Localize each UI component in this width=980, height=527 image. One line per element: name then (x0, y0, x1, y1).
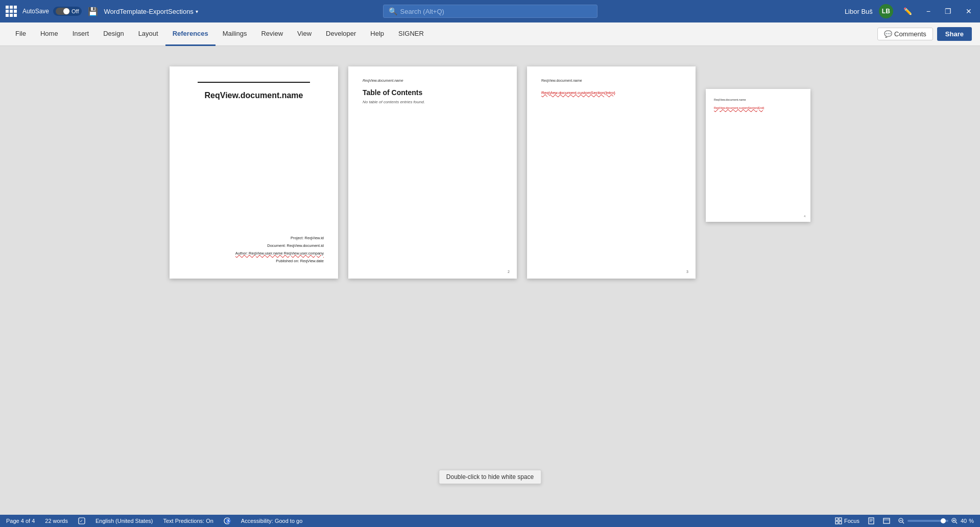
tab-layout[interactable]: Layout (131, 22, 165, 46)
cover-meta: Project: ReqView.id Document: ReqView.do… (184, 236, 324, 263)
cover-title: ReqView.document.name (184, 91, 324, 100)
pen-icon[interactable]: ✏️ (899, 5, 916, 17)
save-icon[interactable]: 💾 (86, 5, 100, 18)
share-button[interactable]: Share (937, 27, 972, 41)
document-meta: Document: ReqView.document.id (184, 243, 324, 248)
accessibility-icon[interactable]: ♿ (224, 517, 231, 524)
svg-rect-7 (839, 521, 842, 524)
tab-help[interactable]: Help (363, 22, 391, 46)
status-bar: Page 4 of 4 22 words ✓ English (United S… (0, 515, 980, 527)
doc-title[interactable]: WordTemplate-ExportSections ▾ (104, 8, 198, 15)
page-4[interactable]: ReqView.document.name ReqView.document.c… (706, 89, 810, 222)
restore-button[interactable]: ❐ (941, 5, 955, 17)
tab-file[interactable]: File (8, 22, 33, 46)
proofing-icon[interactable]: ✓ (78, 517, 85, 524)
web-layout-icon[interactable] (883, 517, 890, 524)
status-focus[interactable]: Focus (835, 517, 859, 524)
toc-heading: Table of Contents (363, 88, 503, 97)
tab-signer[interactable]: SIGNER (391, 22, 431, 46)
autosave-label: AutoSave (22, 8, 49, 15)
page2-number: 2 (508, 270, 510, 273)
author-meta: Author: ReqView.user.name ReqView.user.c… (184, 251, 324, 256)
toc-doc-name: ReqView.document.name (363, 79, 503, 82)
zoom-level[interactable]: 40% (961, 518, 974, 524)
tab-view[interactable]: View (290, 22, 319, 46)
svg-line-20 (955, 522, 957, 524)
page4-section-title: ReqView.document.customSection{End} (714, 106, 802, 109)
status-text-predictions[interactable]: Text Predictions: On (163, 518, 213, 524)
page3-doc-name: ReqView.document.name (541, 79, 681, 82)
page4-number: 4 (804, 215, 805, 218)
app-icon[interactable] (4, 4, 18, 18)
pages-row: ReqView.document.name Project: ReqView.i… (170, 66, 810, 279)
close-button[interactable]: ✕ (962, 5, 976, 17)
tab-design[interactable]: Design (96, 22, 131, 46)
status-language[interactable]: English (United States) (95, 518, 153, 524)
comments-icon: 💬 (884, 30, 892, 38)
svg-rect-6 (835, 521, 838, 524)
title-bar-left: AutoSave Off 💾 WordTemplate-ExportSectio… (4, 4, 379, 18)
page-3[interactable]: ReqView.document.name ReqView.document.c… (527, 66, 696, 279)
print-layout-icon[interactable] (868, 517, 875, 524)
autosave-toggle[interactable]: Off (53, 7, 81, 16)
avatar: LB (879, 4, 893, 18)
page3-section-title: ReqView.document.customSection{Intro} (541, 90, 681, 95)
svg-text:✓: ✓ (80, 519, 83, 523)
ribbon-right: 💬 Comments Share (877, 27, 972, 41)
svg-text:♿: ♿ (225, 518, 230, 523)
status-accessibility[interactable]: Accessibility: Good to go (241, 518, 302, 524)
page-1[interactable]: ReqView.document.name Project: ReqView.i… (170, 66, 338, 279)
status-right: Focus 40% (835, 517, 974, 524)
status-word-count[interactable]: 22 words (45, 518, 68, 524)
page-2[interactable]: ReqView.document.name Table of Contents … (348, 66, 517, 279)
doc-title-caret-icon: ▾ (196, 9, 198, 14)
zoom-container: 40% (898, 518, 974, 524)
svg-rect-5 (839, 518, 842, 520)
page4-doc-name: ReqView.document.name (714, 98, 802, 101)
zoom-slider[interactable] (907, 520, 948, 522)
page3-content: ReqView.document.name ReqView.document.c… (527, 66, 696, 279)
svg-line-16 (902, 522, 904, 524)
title-bar: AutoSave Off 💾 WordTemplate-ExportSectio… (0, 0, 980, 22)
svg-rect-8 (869, 518, 874, 524)
published-meta: Published on: ReqView.date (184, 259, 324, 263)
search-input[interactable] (400, 8, 592, 15)
search-bar[interactable]: 🔍 (383, 5, 597, 18)
comments-button[interactable]: 💬 Comments (877, 28, 933, 40)
tab-references[interactable]: References (165, 22, 216, 46)
tooltip: Double-click to hide white space (439, 470, 541, 484)
user-name: Libor Buš (845, 8, 873, 15)
svg-rect-12 (883, 518, 890, 523)
search-icon: 🔍 (389, 7, 397, 15)
document-area[interactable]: ReqView.document.name Project: ReqView.i… (0, 46, 980, 515)
page3-number: 3 (686, 270, 688, 273)
page2-content: ReqView.document.name Table of Contents … (348, 66, 517, 279)
tab-insert[interactable]: Insert (65, 22, 97, 46)
ribbon: File Home Insert Design Layout Reference… (0, 22, 980, 46)
cover-line (198, 82, 309, 83)
tab-mailings[interactable]: Mailings (216, 22, 254, 46)
tab-developer[interactable]: Developer (319, 22, 363, 46)
page1-content: ReqView.document.name Project: ReqView.i… (170, 66, 338, 279)
tab-home[interactable]: Home (33, 22, 65, 46)
zoom-out-icon[interactable] (898, 518, 904, 524)
zoom-in-icon[interactable] (951, 518, 958, 524)
svg-rect-4 (835, 518, 838, 520)
toggle-state-label: Off (71, 8, 79, 14)
minimize-button[interactable]: − (922, 5, 935, 17)
page4-content: ReqView.document.name ReqView.document.c… (706, 89, 810, 222)
status-page-info[interactable]: Page 4 of 4 (6, 518, 35, 524)
tab-review[interactable]: Review (254, 22, 290, 46)
title-bar-right: Libor Buš LB ✏️ − ❐ ✕ (602, 4, 976, 18)
toc-no-entries: No table of contents entries found. (363, 100, 503, 104)
project-meta: Project: ReqView.id (184, 236, 324, 240)
